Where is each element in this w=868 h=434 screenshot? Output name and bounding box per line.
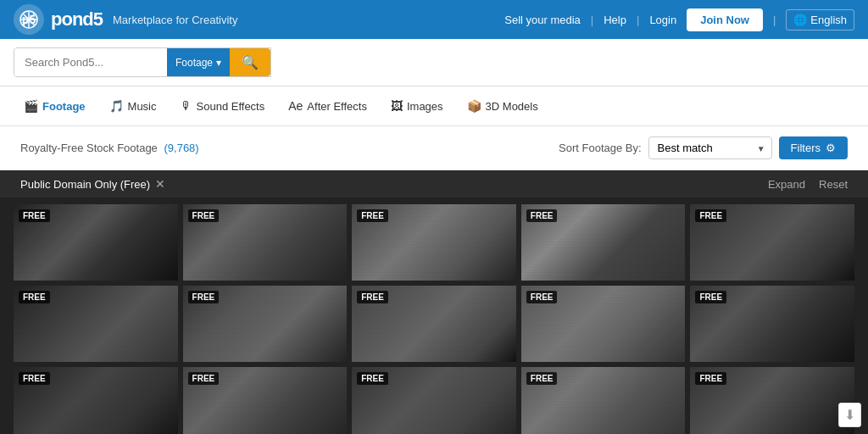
results-info: Royalty-Free Stock Footage (9,768) bbox=[20, 142, 199, 154]
grid-item-11[interactable]: FREE bbox=[183, 367, 348, 434]
grid-item-7[interactable]: FREE bbox=[352, 286, 516, 362]
grid-item-0[interactable]: FREE bbox=[14, 204, 178, 281]
results-label: Royalty-Free Stock Footage bbox=[20, 142, 158, 154]
join-now-button[interactable]: Join Now bbox=[687, 8, 763, 31]
logo[interactable]: p5 pond5 bbox=[14, 4, 103, 35]
3d_models-tab-label: 3D Models bbox=[486, 100, 538, 113]
header: p5 pond5 Marketplace for Creativity Sell… bbox=[0, 0, 868, 39]
grid-item-5[interactable]: FREE bbox=[14, 286, 178, 362]
free-badge-2: FREE bbox=[357, 209, 388, 222]
nav-tab-3d_models[interactable]: 📦3D Models bbox=[457, 95, 548, 117]
logo-icon: p5 bbox=[14, 4, 44, 35]
music-tab-label: Music bbox=[128, 100, 157, 113]
free-badge-13: FREE bbox=[526, 372, 558, 385]
sound_effects-tab-icon: 🎙 bbox=[181, 99, 192, 113]
nav-tab-after_effects[interactable]: AeAfter Effects bbox=[278, 95, 377, 117]
music-tab-icon: 🎵 bbox=[109, 99, 124, 113]
sort-label: Sort Footage By: bbox=[559, 142, 642, 154]
3d_models-tab-icon: 📦 bbox=[467, 99, 481, 113]
search-input[interactable] bbox=[14, 48, 167, 76]
search-category-label: Footage bbox=[175, 57, 213, 69]
nav-tab-music[interactable]: 🎵Music bbox=[99, 95, 167, 117]
grid-item-6[interactable]: FREE bbox=[183, 286, 348, 362]
filter-bar-actions: Expand Reset bbox=[768, 178, 848, 191]
grid-item-3[interactable]: FREE bbox=[521, 204, 686, 281]
footage-tab-label: Footage bbox=[42, 100, 86, 113]
free-badge-11: FREE bbox=[188, 372, 220, 385]
divider2: | bbox=[637, 14, 639, 26]
nav-tabs-bar: 🎬Footage🎵Music🎙Sound EffectsAeAfter Effe… bbox=[0, 86, 868, 126]
free-badge-9: FREE bbox=[695, 291, 726, 303]
sound_effects-tab-label: Sound Effects bbox=[197, 100, 265, 113]
search-button[interactable]: 🔍 bbox=[230, 48, 270, 76]
results-count: (9,768) bbox=[164, 142, 198, 154]
grid-item-8[interactable]: FREE bbox=[521, 286, 686, 362]
footage-tab-icon: 🎬 bbox=[24, 99, 38, 113]
active-filter-tag: Public Domain Only (Free) ✕ bbox=[20, 177, 165, 191]
free-badge-4: FREE bbox=[695, 209, 726, 222]
free-badge-5: FREE bbox=[19, 291, 50, 303]
grid-item-4[interactable]: FREE bbox=[690, 204, 854, 281]
help-link[interactable]: Help bbox=[604, 14, 626, 26]
free-badge-8: FREE bbox=[526, 291, 558, 303]
after_effects-tab-label: After Effects bbox=[307, 100, 367, 113]
free-badge-1: FREE bbox=[188, 209, 220, 222]
sort-select[interactable]: Best matchMost recentMost popularPrice: … bbox=[648, 136, 772, 159]
images-tab-label: Images bbox=[407, 100, 443, 113]
free-badge-3: FREE bbox=[526, 209, 558, 222]
language-selector[interactable]: 🌐 English bbox=[786, 9, 854, 31]
sell-media-link[interactable]: Sell your media bbox=[504, 14, 581, 26]
nav-tab-sound_effects[interactable]: 🎙Sound Effects bbox=[170, 95, 275, 117]
header-left: p5 pond5 Marketplace for Creativity bbox=[14, 4, 237, 35]
expand-button[interactable]: Expand bbox=[768, 178, 805, 191]
divider3: | bbox=[773, 14, 776, 26]
divider: | bbox=[591, 14, 593, 26]
search-category-dropdown[interactable]: Footage ▾ bbox=[167, 48, 230, 76]
free-badge-12: FREE bbox=[357, 372, 388, 385]
remove-filter-button[interactable]: ✕ bbox=[155, 177, 165, 191]
header-right: Sell your media | Help | Login Join Now … bbox=[504, 8, 854, 31]
results-grid: FREEFREEFREEFREEFREEFREEFREEFREEFREEFREE… bbox=[0, 198, 868, 434]
chevron-down-icon: ▾ bbox=[216, 57, 221, 69]
search-icon: 🔍 bbox=[242, 55, 259, 70]
grid-item-2[interactable]: FREE bbox=[352, 204, 516, 281]
lang-label: English bbox=[810, 14, 847, 26]
grid-item-1[interactable]: FREE bbox=[183, 204, 348, 281]
grid-item-10[interactable]: FREE bbox=[14, 367, 178, 434]
filters-label: Filters bbox=[791, 142, 821, 154]
sort-wrap: Sort Footage By: Best matchMost recentMo… bbox=[559, 136, 848, 159]
free-badge-0: FREE bbox=[19, 209, 50, 222]
search-input-wrap: Footage ▾ 🔍 bbox=[14, 47, 271, 77]
grid-item-9[interactable]: FREE bbox=[690, 286, 854, 362]
filters-button[interactable]: Filters ⚙ bbox=[779, 136, 848, 159]
login-link[interactable]: Login bbox=[649, 14, 676, 26]
grid-item-14[interactable]: FREE bbox=[690, 367, 854, 434]
globe-icon: 🌐 bbox=[793, 14, 807, 26]
free-badge-7: FREE bbox=[357, 291, 388, 303]
scroll-indicator[interactable]: ⬇ bbox=[838, 403, 861, 427]
grid-item-12[interactable]: FREE bbox=[352, 367, 516, 434]
grid-item-13[interactable]: FREE bbox=[521, 367, 686, 434]
results-bar: Royalty-Free Stock Footage (9,768) Sort … bbox=[0, 126, 868, 170]
reset-button[interactable]: Reset bbox=[819, 178, 848, 191]
search-bar: Footage ▾ 🔍 bbox=[0, 39, 868, 86]
free-badge-10: FREE bbox=[19, 372, 50, 385]
logo-text: pond5 bbox=[51, 8, 103, 31]
filters-icon: ⚙ bbox=[826, 142, 836, 154]
tagline: Marketplace for Creativity bbox=[113, 14, 237, 26]
nav-tab-images[interactable]: 🖼Images bbox=[381, 95, 453, 117]
free-badge-14: FREE bbox=[695, 372, 726, 385]
after_effects-tab-icon: Ae bbox=[288, 99, 303, 113]
free-badge-6: FREE bbox=[188, 291, 220, 303]
sort-select-wrap: Best matchMost recentMost popularPrice: … bbox=[648, 136, 772, 159]
filter-bar: Public Domain Only (Free) ✕ Expand Reset bbox=[0, 170, 868, 198]
filter-tag-label: Public Domain Only (Free) bbox=[20, 178, 150, 191]
images-tab-icon: 🖼 bbox=[391, 99, 403, 113]
nav-tab-footage[interactable]: 🎬Footage bbox=[14, 95, 96, 117]
